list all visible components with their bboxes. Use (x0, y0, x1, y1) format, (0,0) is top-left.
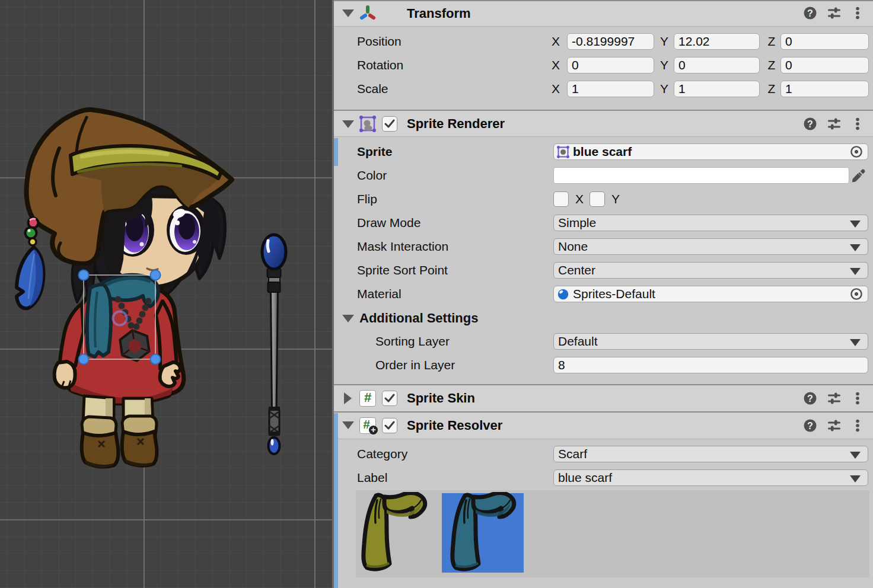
svg-text:?: ? (807, 8, 813, 18)
svg-text:?: ? (807, 421, 813, 431)
svg-text:?: ? (807, 119, 813, 129)
svg-text:?: ? (807, 394, 813, 404)
